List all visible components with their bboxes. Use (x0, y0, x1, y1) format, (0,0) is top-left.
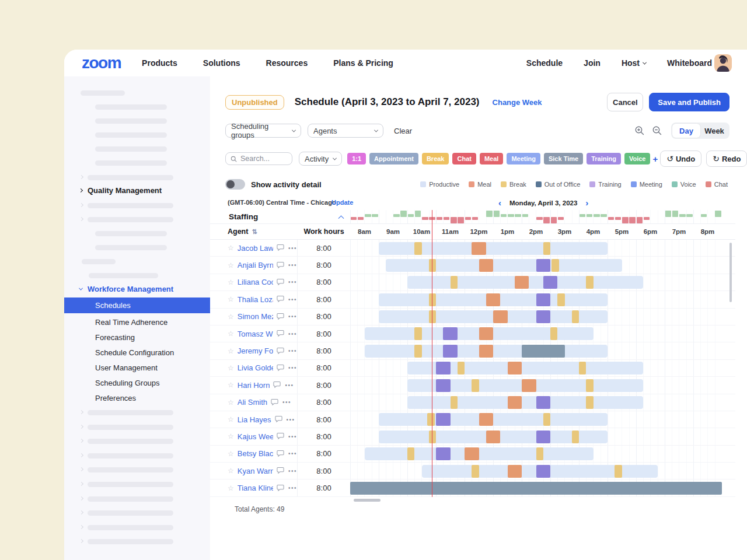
activity-block-break[interactable] (550, 327, 557, 340)
nav-item-plans-pricing[interactable]: Plans & Pricing (333, 58, 393, 68)
week-view-tab[interactable]: Week (700, 124, 728, 138)
more-options-icon[interactable]: ••• (282, 399, 291, 405)
timeline-cell[interactable] (350, 257, 722, 273)
star-icon[interactable]: ☆ (228, 382, 234, 388)
more-options-icon[interactable]: ••• (288, 365, 297, 371)
nav-item-products[interactable]: Products (142, 58, 177, 68)
activity-block-break[interactable] (429, 293, 436, 306)
nav-item-solutions[interactable]: Solutions (203, 58, 240, 68)
chat-bubble-icon[interactable] (277, 277, 284, 288)
activity-block-meeting[interactable] (536, 310, 551, 323)
shift-bar[interactable] (407, 396, 643, 409)
activity-select[interactable]: Activity (299, 152, 342, 166)
agent-name-link[interactable]: Jeremy Foster (238, 346, 273, 355)
activity-block-meal[interactable] (479, 259, 494, 272)
agent-name-link[interactable]: Hari Horn (238, 381, 270, 390)
activity-block-meal[interactable] (508, 396, 522, 409)
activity-chip-appointment[interactable]: Appointment (369, 153, 418, 164)
activity-chip-meeting[interactable]: Meeting (507, 153, 540, 164)
star-icon[interactable]: ☆ (228, 399, 234, 406)
chat-bubble-icon[interactable] (277, 260, 284, 271)
chat-bubble-icon[interactable] (273, 380, 281, 390)
shift-bar[interactable] (365, 447, 594, 460)
show-activity-detail-toggle[interactable] (225, 179, 245, 190)
shift-bar[interactable] (379, 413, 608, 426)
timeline-cell[interactable] (350, 309, 722, 325)
activity-chip-voice[interactable]: Voice (624, 153, 651, 164)
agent-name-link[interactable]: Betsy Black (238, 449, 273, 458)
sidebar-item-real-time-adherence[interactable]: Real Time Adherence (95, 318, 167, 327)
star-icon[interactable]: ☆ (228, 279, 234, 286)
day-view-tab[interactable]: Day (672, 124, 700, 138)
star-icon[interactable]: ☆ (228, 365, 234, 372)
activity-block-meeting[interactable] (436, 413, 451, 426)
activity-block-meal[interactable] (486, 293, 501, 306)
agent-name-link[interactable]: Anjali Byrne (238, 261, 273, 270)
vertical-scrollbar[interactable] (729, 243, 732, 302)
activity-chip-sick-time[interactable]: Sick Time (544, 153, 583, 164)
zoom-in-icon[interactable] (634, 125, 645, 136)
zoom-logo[interactable]: zoom (82, 55, 121, 71)
star-icon[interactable]: ☆ (228, 416, 234, 423)
activity-block-meeting[interactable] (536, 293, 551, 306)
activity-chip-chat[interactable]: Chat (452, 153, 476, 164)
activity-block-break[interactable] (429, 259, 436, 272)
star-icon[interactable]: ☆ (228, 330, 234, 337)
clear-filters-button[interactable]: Clear (394, 127, 412, 135)
chat-bubble-icon[interactable] (277, 431, 284, 442)
more-options-icon[interactable]: ••• (288, 262, 297, 268)
activity-block-break[interactable] (586, 396, 593, 409)
timeline-cell[interactable] (350, 342, 722, 359)
more-options-icon[interactable]: ••• (287, 416, 295, 423)
activity-block-break[interactable] (472, 465, 479, 478)
agent-name-link[interactable]: Thalia Lozano (238, 295, 273, 304)
next-day-button[interactable]: › (585, 198, 588, 207)
agents-select[interactable]: Agents (308, 124, 383, 138)
nav-item-host[interactable]: Host (622, 58, 646, 68)
activity-block-meeting[interactable] (436, 379, 451, 392)
sidebar-item-quality-management[interactable]: Quality Management (79, 186, 162, 195)
more-options-icon[interactable]: ••• (288, 450, 297, 457)
search-box[interactable] (225, 152, 292, 165)
activity-block-meeting[interactable] (536, 396, 551, 409)
activity-block-break[interactable] (615, 465, 622, 478)
agent-name-link[interactable]: Kyan Warner (238, 467, 273, 475)
sidebar-item-preferences[interactable]: Preferences (95, 394, 136, 402)
timeline-cell[interactable] (350, 463, 722, 479)
activity-block-meeting[interactable] (536, 430, 551, 443)
agent-name-link[interactable]: Simon Meza (238, 312, 273, 321)
agent-name-link[interactable]: Tiana Kline (238, 484, 273, 492)
activity-block-ooo[interactable] (522, 345, 565, 358)
add-activity-button[interactable]: + (650, 154, 660, 164)
collapse-staffing-icon[interactable] (338, 215, 344, 221)
timeline-cell[interactable] (350, 240, 722, 256)
activity-block-break[interactable] (414, 345, 421, 358)
star-icon[interactable]: ☆ (228, 433, 234, 440)
zoom-out-icon[interactable] (651, 125, 663, 136)
activity-block-meeting[interactable] (536, 465, 551, 478)
shift-bar[interactable] (386, 259, 622, 272)
more-options-icon[interactable]: ••• (288, 313, 297, 320)
star-icon[interactable]: ☆ (228, 262, 234, 269)
more-options-icon[interactable]: ••• (285, 382, 294, 388)
activity-chip-break[interactable]: Break (422, 153, 449, 164)
star-icon[interactable]: ☆ (228, 296, 234, 303)
activity-block-meeting[interactable] (443, 345, 458, 358)
nav-item-resources[interactable]: Resources (266, 58, 308, 68)
more-options-icon[interactable]: ••• (288, 296, 297, 303)
more-options-icon[interactable]: ••• (288, 433, 297, 440)
activity-block-break[interactable] (551, 259, 558, 272)
activity-block-break[interactable] (572, 310, 579, 323)
activity-block-meal[interactable] (508, 362, 522, 374)
more-options-icon[interactable]: ••• (288, 468, 297, 474)
activity-block-meal[interactable] (479, 413, 494, 426)
activity-block-break[interactable] (572, 430, 579, 443)
activity-block-meal[interactable] (465, 447, 479, 460)
timeline-cell[interactable] (350, 326, 722, 342)
timeline-cell[interactable] (350, 428, 722, 444)
star-icon[interactable]: ☆ (228, 244, 234, 251)
timeline-cell[interactable] (350, 446, 722, 462)
sort-icon[interactable]: ⇅ (252, 228, 257, 236)
chat-bubble-icon[interactable] (277, 294, 284, 304)
activity-block-ooo[interactable] (350, 482, 722, 495)
